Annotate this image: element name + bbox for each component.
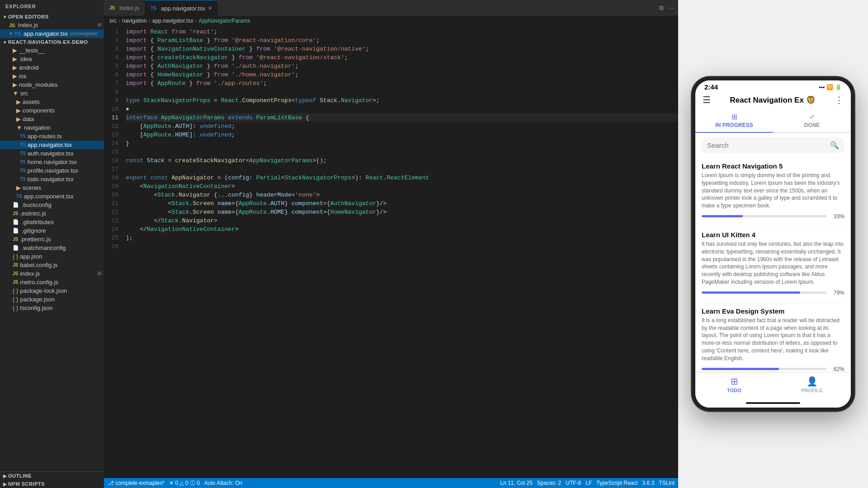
sidebar-item-index-js-root[interactable]: JS index.js M <box>0 269 104 278</box>
nav-todo[interactable]: ⊞ TODO <box>695 376 773 393</box>
project-root-section[interactable]: ▾ REACT-NAVIGATION-EX-DEMO <box>0 38 104 46</box>
sidebar-item-data[interactable]: ▶ data <box>0 115 104 123</box>
info-count-value: ⓘ 0 <box>190 480 200 486</box>
chevron-down-icon: ▾ <box>2 40 8 45</box>
sidebar-item-app-component[interactable]: TS app.component.tsx <box>0 192 104 201</box>
breadcrumb-file[interactable]: app.navigator.tsx <box>152 18 193 24</box>
sidebar-item-assets[interactable]: ▶ assets <box>0 98 104 106</box>
file-icon: 📄 <box>13 219 20 225</box>
sidebar-item-metro-config[interactable]: JS metro.config.js <box>0 278 104 286</box>
sidebar-item-index-js[interactable]: JS index.js M <box>0 21 104 29</box>
sidebar-item-label: todo.navigator.tsx <box>28 176 74 183</box>
sidebar-item-src[interactable]: ▼ src <box>0 89 104 98</box>
sidebar-item-profile-navigator[interactable]: TS profile.navigator.tsx <box>0 166 104 175</box>
sidebar-item-package-json[interactable]: { } package.json <box>0 295 104 304</box>
tab-in-progress[interactable]: ⊞ IN PROGRESS <box>695 109 773 133</box>
battery-icon: 🔋 <box>835 84 842 90</box>
outline-section[interactable]: ▶ Outline <box>0 472 104 480</box>
phone-time: 2:44 <box>704 83 718 91</box>
indentation[interactable]: Spaces: 2 <box>537 480 561 486</box>
tab-close-button[interactable]: ✕ <box>208 5 212 11</box>
sidebar-item-auth-navigator[interactable]: TS auth.navigator.tsx <box>0 149 104 158</box>
sidebar-item-label: app.navigator.tsx <box>28 141 72 148</box>
linter[interactable]: TSLint <box>659 480 675 486</box>
error-count[interactable]: ✕ 0 △ 0 ⓘ 0 <box>169 479 200 487</box>
js-file-icon: JS <box>13 263 18 267</box>
todo-nav-icon: ⊞ <box>731 376 738 387</box>
open-editors-section[interactable]: ▾ Open Editors <box>0 13 104 21</box>
sidebar-item-label: .idea <box>19 56 32 62</box>
sidebar-item-tests[interactable]: ▶ __tests__ <box>0 46 104 55</box>
sidebar-item-app-navigator-file[interactable]: TS app.navigator.tsx <box>0 141 104 149</box>
tab-actions: ⧉ ⋯ <box>659 4 678 12</box>
code-editor[interactable]: import React from 'react'; import { Para… <box>122 26 678 478</box>
folder-icon: ▶ <box>16 184 21 191</box>
language-mode[interactable]: TypeScript React <box>596 480 637 486</box>
sidebar-item-scenes[interactable]: ▶ scenes <box>0 183 104 192</box>
sidebar-item-node-modules[interactable]: ▶ node_modules <box>0 80 104 89</box>
more-actions-icon[interactable]: ⋯ <box>667 5 674 12</box>
sidebar-item-app-routes[interactable]: TS app-routes.ts <box>0 132 104 141</box>
sidebar-item-gitattributes[interactable]: 📄 .gitattributes <box>0 218 104 226</box>
sidebar-item-buckconfig[interactable]: 📄 .buckconfig <box>0 201 104 209</box>
breadcrumb-navigation[interactable]: navigation <box>122 18 147 24</box>
auto-attach[interactable]: Auto Attach: On <box>204 480 242 486</box>
sidebar-item-home-navigator[interactable]: TS home.navigator.tsx <box>0 158 104 166</box>
more-options-icon[interactable]: ⋮ <box>835 94 844 105</box>
code-line <box>126 165 678 174</box>
code-line: import { AppRoute } from './app-routes'; <box>126 79 678 88</box>
sidebar-item-package-lock[interactable]: { } package-lock.json <box>0 286 104 295</box>
phone-search-input[interactable] <box>707 141 826 149</box>
phone-todo-list: Learn React Navigation 5 Lorem Ipsum is … <box>695 158 851 372</box>
folder-icon: ▶ <box>13 73 17 80</box>
chevron-right-icon: ▶ <box>2 482 8 487</box>
split-editor-icon[interactable]: ⧉ <box>659 4 664 12</box>
breadcrumb-symbol[interactable]: AppNavigatorParams <box>198 18 250 24</box>
sidebar-item-eslintrc[interactable]: JS .eslintrc.js <box>0 209 104 218</box>
folder-open-icon: ▼ <box>16 124 22 131</box>
sidebar-item-label: index.js <box>18 22 38 28</box>
code-line-active: interface AppNavigatorParams extends Par… <box>126 113 678 122</box>
sidebar-item-label: app.component.tsx <box>24 193 74 200</box>
sidebar-item-watchmanconfig[interactable]: 📄 .watchmanconfig <box>0 244 104 252</box>
js-file-icon: JS <box>13 237 18 242</box>
todo-desc: It has survived not only five centuries,… <box>702 240 844 286</box>
progress-percent: 79% <box>830 290 844 296</box>
phone-panel: 2:44 ▪▪▪ 🛜 🔋 ☰ React Navigation Ex 🦁 ⋮ ⊞… <box>678 0 868 488</box>
sidebar-item-gitignore[interactable]: 📄 .gitignore <box>0 226 104 235</box>
sidebar-item-components[interactable]: ▶ components <box>0 106 104 115</box>
file-icon: 📄 <box>13 228 20 234</box>
sidebar-item-ios[interactable]: ▶ ios <box>0 72 104 80</box>
cursor-position[interactable]: Ln 11, Col 25 <box>500 480 532 486</box>
tab-index-js[interactable]: JS index.js <box>104 0 145 16</box>
sidebar-item-android[interactable]: ▶ android <box>0 63 104 72</box>
chevron-right-icon: ▶ <box>2 474 8 479</box>
sidebar-item-babel-config[interactable]: JS babel.config.js <box>0 261 104 269</box>
tab-app-navigator[interactable]: TS app.navigator.tsx ✕ <box>145 0 218 16</box>
sidebar-item-label: __tests__ <box>19 47 44 54</box>
sidebar-item-label: .prettierrc.js <box>20 236 51 243</box>
file-icon: 📄 <box>13 245 20 251</box>
encoding[interactable]: UTF-8 <box>566 480 581 486</box>
hamburger-menu-icon[interactable]: ☰ <box>703 94 711 105</box>
breadcrumb-src[interactable]: src <box>109 18 117 24</box>
home-bar <box>746 402 800 404</box>
line-ending[interactable]: LF <box>585 480 592 486</box>
sidebar-item-idea[interactable]: ▶ .idea <box>0 55 104 63</box>
sidebar-item-todo-navigator[interactable]: TS todo.navigator.tsx <box>0 175 104 183</box>
phone-app-title: React Navigation Ex 🦁 <box>711 95 835 105</box>
tab-done[interactable]: ✓ DONE <box>773 109 851 132</box>
ts-version[interactable]: 3.6.3 <box>642 480 655 486</box>
sidebar-item-navigation[interactable]: ▼ navigation <box>0 123 104 132</box>
close-icon[interactable]: ✕ <box>9 31 13 36</box>
sidebar-item-app-navigator[interactable]: ✕ TS app.navigator.tsx src/navigation <box>0 29 104 38</box>
nav-profile[interactable]: 👤 PROFILE <box>773 376 851 393</box>
todo-title: Learn Eva Design System <box>702 307 844 315</box>
sidebar-item-prettierrc[interactable]: JS .prettierrc.js <box>0 235 104 244</box>
sidebar-item-app-json[interactable]: { } app.json <box>0 252 104 261</box>
git-branch[interactable]: ⎇ complete-exmaples* <box>108 480 165 486</box>
npm-scripts-section[interactable]: ▶ NPM Scripts <box>0 480 104 488</box>
sidebar-header: Explorer <box>0 0 104 13</box>
code-line: </Stack.Navigator> <box>126 216 678 225</box>
sidebar-item-tsconfig[interactable]: { } tsconfig.json <box>0 304 104 312</box>
